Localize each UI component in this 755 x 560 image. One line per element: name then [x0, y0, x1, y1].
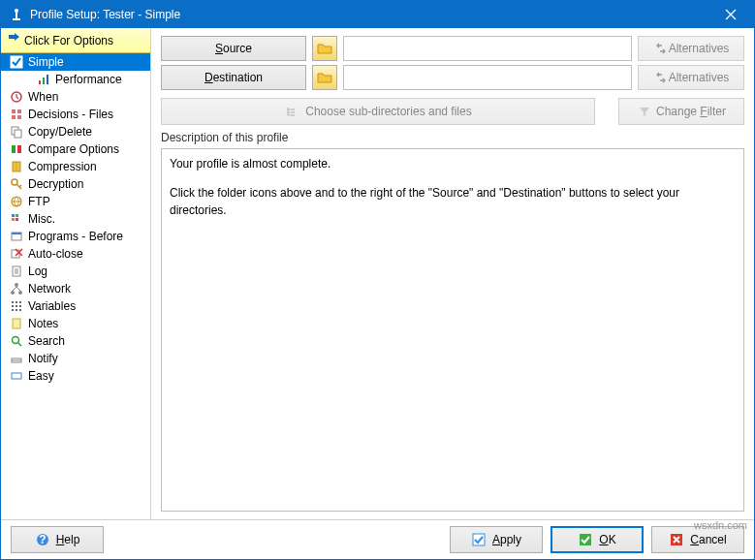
sidebar-item-label: Decisions - Files	[28, 108, 113, 121]
button-label: Choose sub-directories and files	[305, 105, 471, 118]
svg-rect-48	[473, 534, 485, 545]
destination-button[interactable]: Destination	[161, 65, 306, 90]
compare-icon	[9, 141, 24, 157]
button-label: Source	[215, 42, 252, 55]
svg-point-27	[11, 291, 15, 295]
sidebar-item-label: Variables	[28, 299, 76, 313]
misc-icon	[9, 211, 24, 227]
check-icon	[9, 54, 24, 70]
svg-rect-8	[12, 109, 16, 113]
sidebar-item-search[interactable]: Search	[1, 332, 150, 350]
button-label: Destination	[204, 71, 263, 84]
source-button[interactable]: Source	[161, 36, 306, 61]
sidebar-item-compare-options[interactable]: Compare Options	[1, 140, 150, 158]
sidebar-item-label: Compare Options	[28, 142, 119, 156]
svg-point-0	[15, 9, 18, 13]
sidebar-item-when[interactable]: When	[1, 88, 150, 106]
sidebar-item-variables[interactable]: Variables	[1, 297, 150, 315]
svg-rect-49	[580, 534, 591, 545]
svg-text:?: ?	[39, 533, 46, 546]
sidebar-item-label: Easy	[28, 369, 54, 383]
sidebar-item-decisions-files[interactable]: Decisions - Files	[1, 106, 150, 123]
button-label: Alternatives	[669, 42, 730, 55]
svg-rect-44	[292, 111, 295, 113]
svg-rect-22	[16, 218, 18, 221]
svg-rect-42	[12, 373, 21, 379]
destination-path-input[interactable]	[343, 65, 632, 90]
sidebar-item-log[interactable]: Log	[1, 263, 150, 280]
variables-icon	[9, 298, 24, 314]
svg-rect-2	[13, 18, 20, 20]
network-icon	[9, 281, 24, 296]
cancel-button[interactable]: Cancel	[651, 526, 744, 553]
alternatives-icon	[653, 41, 669, 56]
source-folder-button[interactable]	[312, 36, 337, 61]
cancel-icon	[669, 532, 684, 547]
sidebar-item-notify[interactable]: Notify	[1, 350, 150, 367]
globe-icon	[9, 194, 24, 209]
zip-icon	[9, 159, 24, 174]
button-label: Help	[56, 533, 80, 546]
apply-button[interactable]: Apply	[450, 526, 543, 553]
svg-rect-20	[16, 214, 18, 217]
sidebar-item-label: Network	[28, 282, 71, 296]
sidebar-item-copy-delete[interactable]: Copy/Delete	[1, 123, 150, 140]
sidebar-item-network[interactable]: Network	[1, 280, 150, 297]
svg-point-38	[19, 309, 21, 311]
sidebar: Click For Options Simple Performance Whe…	[1, 28, 151, 519]
button-label: Change Filter	[656, 105, 726, 118]
sidebar-item-label: Search	[28, 334, 65, 348]
bars-icon	[36, 72, 51, 87]
svg-point-28	[18, 291, 22, 295]
sidebar-item-label: Performance	[55, 73, 122, 86]
notes-icon	[9, 316, 24, 331]
svg-rect-24	[12, 233, 21, 234]
sidebar-item-programs-before[interactable]: Programs - Before	[1, 228, 150, 245]
svg-point-33	[12, 305, 14, 307]
apply-icon	[471, 532, 487, 547]
ok-button[interactable]: OK	[551, 526, 644, 553]
destination-folder-button[interactable]	[312, 65, 337, 90]
easy-icon	[9, 368, 24, 384]
sidebar-item-label: Programs - Before	[28, 230, 123, 243]
sidebar-item-label: FTP	[28, 195, 50, 208]
svg-point-31	[16, 301, 17, 303]
svg-rect-14	[12, 145, 16, 153]
svg-point-35	[19, 305, 21, 307]
main-pane: Source Alternatives Destination Alterna	[151, 28, 754, 519]
sidebar-item-misc[interactable]: Misc.	[1, 210, 150, 228]
svg-rect-13	[15, 130, 21, 138]
svg-point-34	[16, 305, 17, 307]
app-icon	[9, 7, 24, 22]
sidebar-item-ftp[interactable]: FTP	[1, 193, 150, 210]
sidebar-item-label: Notify	[28, 352, 58, 365]
svg-point-40	[13, 337, 19, 344]
source-path-input[interactable]	[343, 36, 632, 61]
folder-icon	[317, 42, 332, 55]
svg-rect-19	[12, 214, 15, 217]
sidebar-item-label: Notes	[28, 317, 58, 330]
description-line: Your profile is almost complete.	[170, 155, 736, 172]
sidebar-item-easy[interactable]: Easy	[1, 367, 150, 385]
change-filter-button: Change Filter	[618, 98, 744, 125]
sidebar-item-auto-close[interactable]: Auto-close	[1, 245, 150, 263]
click-for-options-button[interactable]: Click For Options	[1, 28, 150, 53]
sidebar-item-label: When	[28, 90, 58, 104]
sidebar-item-notes[interactable]: Notes	[1, 315, 150, 332]
sidebar-item-simple[interactable]: Simple	[1, 53, 150, 71]
svg-point-30	[12, 301, 14, 303]
help-button[interactable]: ? Help	[11, 526, 104, 553]
program-icon	[9, 229, 24, 244]
sidebar-item-label: Auto-close	[28, 247, 83, 261]
svg-rect-15	[17, 145, 21, 153]
sidebar-item-compression[interactable]: Compression	[1, 158, 150, 175]
window-title: Profile Setup: Tester - Simple	[30, 8, 711, 21]
log-icon	[9, 264, 24, 279]
svg-rect-1	[16, 13, 17, 18]
sidebar-item-performance[interactable]: Performance	[1, 71, 150, 88]
key-icon	[9, 176, 24, 192]
choose-sub-directories-button: Choose sub-directories and files	[161, 98, 595, 125]
folder-icon	[317, 71, 332, 84]
sidebar-item-decryption[interactable]: Decryption	[1, 175, 150, 193]
close-button[interactable]	[711, 1, 750, 28]
